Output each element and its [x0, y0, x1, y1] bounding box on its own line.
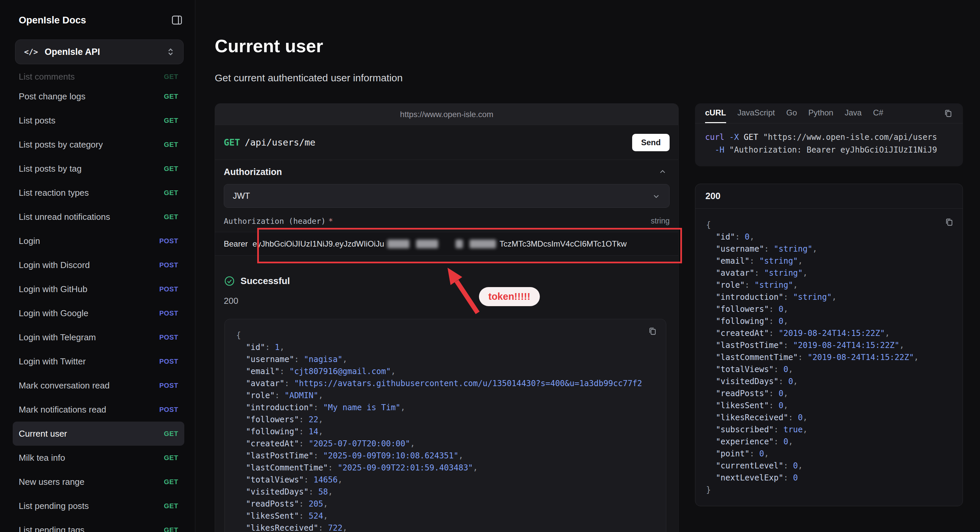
- sidebar-item[interactable]: Login with Discord POST: [13, 253, 184, 277]
- method-badge: POST: [159, 382, 178, 389]
- code-line: "avatar": "https://avatars.githubusercon…: [236, 377, 655, 389]
- copy-button[interactable]: [945, 218, 954, 228]
- app-title: OpenIsle Docs: [19, 15, 86, 26]
- api-client-card: https://www.open-isle.com GET /api/users…: [215, 104, 679, 532]
- language-tab[interactable]: cURL: [705, 104, 726, 123]
- code-line: "readPosts": 0,: [706, 387, 954, 400]
- language-tab[interactable]: C#: [873, 104, 883, 123]
- page-title: Current user: [215, 35, 679, 57]
- sidebar-item[interactable]: Post change logs GET: [13, 84, 184, 108]
- sidebar-item[interactable]: List pending tags GET: [13, 518, 184, 532]
- sidebar-item[interactable]: Login with Telegram POST: [13, 325, 184, 349]
- code-sample-card: cURL JavaScript Go Python Java C#: [695, 104, 963, 166]
- sidebar-item[interactable]: Mark conversation read POST: [13, 373, 184, 398]
- sidebar-item[interactable]: List comments GET: [13, 69, 184, 84]
- code-line: "likesSent": 0,: [706, 400, 954, 411]
- code-line: "totalViews": 14656,: [236, 474, 655, 486]
- sidebar-item[interactable]: Login with Twitter POST: [13, 349, 184, 373]
- code-line: "avatar": "string",: [706, 267, 954, 279]
- sidebar-item[interactable]: Login POST: [13, 229, 184, 253]
- code-line: "likesReceived": 0,: [706, 411, 954, 424]
- chevron-down-icon: [652, 192, 660, 201]
- sidebar-item[interactable]: List posts GET: [13, 108, 184, 132]
- app-root: OpenIsle Docs </> OpenIsle API List comm…: [0, 0, 980, 532]
- api-select[interactable]: </> OpenIsle API: [15, 40, 184, 64]
- sidebar-item-label: Post change logs: [19, 91, 85, 102]
- token-start-text: eyJhbGciOiJIUzI1NiJ9.eyJzdWIiOiJu: [253, 239, 384, 248]
- response-example-code: { "id": 1, "username": "nagisa", "email"…: [236, 329, 655, 532]
- authorization-label: Authorization: [224, 167, 282, 177]
- method-badge: GET: [164, 502, 178, 510]
- authorization-section-header[interactable]: Authorization: [215, 160, 678, 184]
- sidebar-item-label: List reaction types: [19, 188, 89, 198]
- sidebar-item-label: List posts by category: [19, 140, 103, 150]
- sidebar-item[interactable]: List posts by category GET: [13, 132, 184, 156]
- sidebar-item[interactable]: Current user GET: [13, 422, 184, 446]
- method-badge: GET: [164, 454, 178, 462]
- method-badge: GET: [164, 117, 178, 124]
- sidebar-item[interactable]: List pending posts GET: [13, 494, 184, 518]
- sidebar-item[interactable]: Mark notifications read POST: [13, 398, 184, 422]
- code-line: "id": 0,: [706, 231, 954, 243]
- code-line: "experience": 0,: [706, 436, 954, 448]
- sidebar-item-label: List posts by tag: [19, 164, 82, 174]
- schema-status-code: 200: [695, 184, 963, 209]
- redacted-block: [416, 240, 438, 248]
- code-line: "lastCommentTime": "2019-08-24T14:15:22Z…: [706, 351, 954, 363]
- status-code: 200: [224, 296, 670, 306]
- code-line: {: [236, 329, 655, 341]
- sidebar-item[interactable]: List unread notifications GET: [13, 205, 184, 229]
- token-input[interactable]: Bearer eyJhbGciOiJIUzI1NiJ9.eyJzdWIiOiJu…: [215, 232, 678, 256]
- chevron-up-icon: [658, 168, 667, 176]
- language-tab[interactable]: Java: [845, 104, 862, 123]
- sidebar-item[interactable]: List reaction types GET: [13, 181, 184, 205]
- code-line: "username": "string",: [706, 243, 954, 255]
- code-line: "followers": 22,: [236, 414, 655, 425]
- method-badge: GET: [164, 430, 178, 438]
- language-tab[interactable]: Go: [786, 104, 797, 123]
- method-badge: POST: [159, 309, 178, 317]
- language-tab[interactable]: JavaScript: [738, 104, 775, 123]
- sidebar-item[interactable]: Milk tea info GET: [13, 446, 184, 470]
- sidebar-item-label: Mark conversation read: [19, 381, 110, 391]
- language-tabs-row: cURL JavaScript Go Python Java C#: [695, 104, 963, 123]
- sidebar-item[interactable]: List posts by tag GET: [13, 156, 184, 181]
- code-line: -H "Authorization: Bearer eyJhbGciOiJIUz…: [705, 143, 953, 156]
- code-column: cURL JavaScript Go Python Java C#: [695, 0, 963, 532]
- page-subtitle: Get current authenticated user informati…: [215, 72, 679, 84]
- code-line: "id": 1,: [236, 341, 655, 353]
- auth-field-header: Authorization (header)* string: [224, 217, 670, 226]
- content-area: Current user Get current authenticated u…: [195, 0, 980, 532]
- auth-scheme-select[interactable]: JWT: [224, 184, 670, 208]
- base-url-bar: https://www.open-isle.com: [215, 104, 678, 125]
- code-line: "following": 0,: [706, 315, 954, 327]
- sidebar-item-label: List pending tags: [19, 525, 84, 532]
- request-path: /api/users/me: [245, 137, 315, 148]
- method-badge: GET: [164, 526, 178, 532]
- schema-body: { "id": 0, "username": "string", "email"…: [695, 209, 963, 506]
- sidebar-collapse-button[interactable]: [171, 14, 183, 26]
- sidebar-item-label: Current user: [19, 428, 67, 439]
- language-tab[interactable]: Python: [808, 104, 834, 123]
- sidebar-item[interactable]: New users range GET: [13, 470, 184, 494]
- copy-icon: [648, 327, 657, 336]
- sidebar-item-label: List posts: [19, 115, 56, 126]
- send-button[interactable]: Send: [632, 134, 670, 151]
- sidebar-panel-icon: [171, 14, 183, 26]
- sidebar-item[interactable]: Login with GitHub POST: [13, 277, 184, 301]
- redacted-block: [387, 240, 409, 248]
- method-badge: GET: [164, 141, 178, 148]
- copy-button[interactable]: [943, 109, 953, 118]
- code-line: "likesReceived": 722,: [236, 522, 655, 532]
- method-badge: GET: [164, 165, 178, 173]
- token-prefix: Bearer: [224, 239, 248, 248]
- sidebar: OpenIsle Docs </> OpenIsle API List comm…: [0, 0, 195, 532]
- copy-button[interactable]: [648, 327, 657, 337]
- annotation-token-label: token!!!!!: [479, 287, 540, 306]
- success-label: Successful: [240, 276, 290, 287]
- code-line: "followers": 0,: [706, 303, 954, 315]
- sidebar-item[interactable]: Login with Google POST: [13, 301, 184, 325]
- code-icon: </>: [24, 48, 38, 56]
- request-row: GET /api/users/me Send: [215, 125, 678, 160]
- method-badge: POST: [159, 406, 178, 414]
